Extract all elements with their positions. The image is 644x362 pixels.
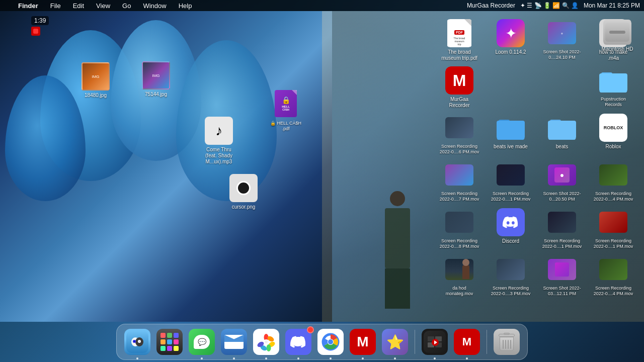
desktop-icons-right: PDF The broadmuseumtrip The broad museum… (433, 14, 644, 319)
desktop-icon-screen-rec-9[interactable]: Screen Recording 2022-0....4 PM.mov (591, 253, 636, 300)
screen-rec-thumb-2 (445, 161, 473, 189)
macintosh-hd-icon (603, 18, 631, 46)
dock-item-discord[interactable] (284, 327, 313, 356)
desktop-icon-beats-made[interactable]: beats ive made (488, 112, 533, 158)
desktop-icon-screenshot-3[interactable]: Screen Shot 2022-03...12.11 PM (539, 253, 585, 300)
screen-rec-thumb-purple: ● (548, 161, 576, 189)
dock-item-chrome[interactable] (316, 327, 345, 356)
file-hellcash[interactable]: 🔒 HELL CÀ$H 🔒 HELL CÀ$H.pdf (266, 86, 306, 134)
svg-point-15 (265, 340, 268, 343)
desktop-icon-screen-rec-8[interactable]: Screen Recording 2022-0....3 PM.mov (488, 253, 533, 300)
finder-menu[interactable]: Finder (16, 2, 40, 10)
desktop-icon-loom[interactable]: ✦ Loom 0.114.2 (488, 17, 533, 63)
screen-rec-thumb-5 (445, 208, 473, 236)
desktop-icon-screen-rec-5[interactable]: Screen Recording 2022-0....8 PM.mov (437, 206, 482, 252)
icon-label-loom: Loom 0.114.2 (495, 49, 526, 55)
desktop-icon-screen-rec-4[interactable]: Screen Recording 2022-0....4 PM.mov (591, 159, 636, 205)
loom-icon: ✦ (497, 19, 525, 47)
screen-rec-thumb-1 (445, 114, 473, 142)
chrome-icon (317, 329, 344, 355)
dock-item-messages[interactable]: 💬 (187, 327, 216, 356)
desktop-icon-screen-rec-7[interactable]: Screen Recording 2022-0....1 PM.mov (591, 206, 636, 252)
file-menu[interactable]: File (48, 2, 63, 10)
desktop-icon-screenshot-1[interactable]: ● Screen Shot 2022-0....24.10 PM (539, 17, 585, 63)
murgaa-dock-icon: M (350, 329, 376, 355)
icon-label-screen-rec-2: Screen Recording 2022-0....7 PM.mov (439, 191, 479, 202)
dock-item-mail[interactable] (219, 327, 249, 356)
desktop-icon-grid: PDF The broadmuseumtrip The broad museum… (433, 14, 644, 303)
edit-menu[interactable]: Edit (71, 2, 86, 10)
murgaa-recorder-icon: M (445, 66, 473, 95)
file-label-cursor: cursor.png (232, 204, 256, 210)
desktop-icon-screen-rec-3[interactable]: Screen Recording 2022-0....1 PM.mov (488, 159, 533, 205)
file-icon-hellcash: 🔒 HELL CÀ$H (272, 88, 299, 119)
dock-separator (415, 330, 415, 354)
dock-item-murgaa2[interactable]: M (452, 327, 481, 356)
screen-rec-thumb-9 (548, 255, 576, 284)
desktop-icon-beats[interactable]: beats (539, 112, 585, 158)
trash-icon (494, 329, 520, 355)
desktop-icon-da-hod[interactable]: da hod monateg.mov (437, 253, 482, 300)
mail-icon (221, 329, 247, 355)
dock-item-finder[interactable] (123, 327, 152, 356)
file-come-thru[interactable]: ♪ Come Thru (feat. Shady M...ux).mp3 (199, 115, 239, 167)
dock-item-istar[interactable]: ⭐ (380, 327, 410, 356)
photos-icon (253, 329, 279, 355)
file-label-75144: 75144.jpg (145, 92, 167, 98)
go-menu[interactable]: Go (120, 2, 133, 10)
beats-ive-made-folder (497, 114, 525, 142)
desktop-icon-pdf-broad[interactable]: PDF The broadmuseumtrip The broad museum… (437, 17, 482, 63)
screen-thumb-1: ● (548, 19, 576, 47)
dock-item-trash[interactable] (492, 327, 521, 356)
icon-label-screen-rec-4: Screen Recording 2022-0....4 PM.mov (593, 191, 633, 202)
timer-display: 1:39 (31, 16, 49, 25)
icon-label-murgaa: MurGaa Recorder (439, 97, 479, 109)
dock-item-screenflow[interactable] (420, 327, 449, 356)
file-icon-18480: IMG (82, 62, 110, 90)
desktop-icon-screen-rec-6[interactable]: Screen Recording 2022-0....1 PM.mov (539, 206, 585, 252)
record-button[interactable] (31, 27, 40, 36)
svg-point-5 (134, 341, 135, 342)
file-cursor[interactable]: cursor.png (223, 172, 264, 212)
file-18480[interactable]: IMG 18480.jpg (75, 60, 116, 101)
desktop-icon-screen-rec-2[interactable]: Screen Recording 2022-0....7 PM.mov (437, 159, 482, 205)
roblox-icon: ROBLOX (599, 114, 627, 142)
datetime-label: Mon Mar 21 8:25 PM (584, 2, 640, 9)
istar-running-dot (394, 357, 396, 359)
finder-icon (124, 329, 150, 355)
screen-rec-thumb-6 (548, 208, 576, 236)
screen-rec-thumb-8 (497, 255, 525, 284)
window-menu[interactable]: Window (141, 2, 168, 10)
dock-item-photos[interactable] (252, 327, 281, 356)
dock-item-launchpad[interactable] (155, 327, 184, 356)
icon-label-discord: Discord (502, 238, 519, 244)
icon-label-macintosh-hd: Macintosh HD (602, 46, 633, 52)
screenflow-icon (422, 329, 448, 355)
menubar-icons: ✦ ☰ 📡 🔋 📶 🔍 👤 (520, 2, 579, 9)
launchpad-icon (156, 329, 183, 355)
messages-icon: 💬 (189, 329, 215, 355)
chrome-running-dot (330, 357, 332, 359)
file-label-hellcash: 🔒 HELL CÀ$H.pdf (270, 121, 301, 132)
istar-icon: ⭐ (382, 329, 408, 355)
timer-widget: 1:39 (31, 16, 49, 36)
desktop-icon-roblox[interactable]: ROBLOX Roblox (591, 112, 636, 158)
screen-rec-thumb-10 (599, 255, 627, 284)
desktop-icon-screen-rec-1[interactable]: Screen Recording 2022-0....6 PM.mov (437, 112, 482, 158)
dock-item-murgaa[interactable]: M (348, 327, 377, 356)
desktop-icon-discord[interactable]: Discord (488, 206, 533, 252)
screen-rec-thumb-3 (497, 161, 525, 189)
desktop-icon-macintosh-hd[interactable]: Macintosh HD (595, 16, 640, 54)
desktop-icon-murgaa[interactable]: M MurGaa Recorder (437, 64, 482, 111)
messages-running-dot (201, 357, 203, 359)
file-75144[interactable]: IMG 75144.jpg (136, 59, 176, 100)
murgaa2-running-dot (466, 357, 468, 359)
help-menu[interactable]: Help (177, 2, 194, 10)
pdf-icon-broad: PDF The broadmuseumtrip (445, 19, 473, 47)
desktop-icon-screenshot-2[interactable]: ● Screen Shot 2022-0...20.50 PM (539, 159, 585, 205)
discord-dock-icon (285, 329, 311, 355)
discord-app-icon (497, 208, 525, 236)
view-menu[interactable]: View (94, 2, 112, 10)
screen-rec-thumb-7 (599, 208, 627, 236)
desktop-icon-pupstruction[interactable]: Pupstruction Records (591, 64, 636, 111)
